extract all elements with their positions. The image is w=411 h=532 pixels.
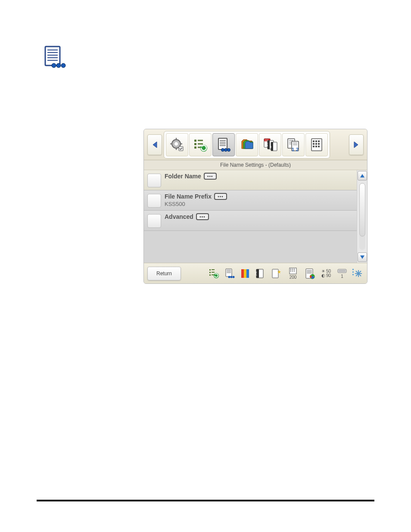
toolbar-prev-button[interactable] <box>147 134 162 155</box>
svg-rect-56 <box>315 143 317 145</box>
status-bar: JPG 200 <box>208 267 364 280</box>
row-file-name-prefix[interactable]: File Name Prefix ••• KSS500 <box>144 190 357 211</box>
row-label-text: File Name Prefix <box>165 193 212 200</box>
status-dpi-value: 200 <box>290 275 297 280</box>
contrast-icon: ◐ <box>321 274 325 278</box>
page-divider <box>37 500 374 501</box>
svg-point-7 <box>56 63 61 68</box>
svg-rect-90 <box>290 271 291 271</box>
row-value-text: KSS500 <box>165 201 353 207</box>
scroll-track[interactable] <box>359 183 365 250</box>
tool-folder-stack[interactable] <box>236 133 258 156</box>
svg-text:2: 2 <box>296 147 299 152</box>
svg-rect-102 <box>339 270 346 272</box>
status-jpg-icon[interactable]: JPG <box>254 267 267 280</box>
status-quality-icon[interactable] <box>270 267 283 280</box>
svg-rect-80 <box>246 269 249 278</box>
row-label-text: Folder Name <box>165 173 201 180</box>
svg-point-77 <box>233 276 235 278</box>
toolbar-tool-group: PDF JPG TIF 1 <box>164 131 330 159</box>
return-button[interactable]: Return <box>147 267 181 280</box>
scroll-down-button[interactable] <box>358 252 367 262</box>
more-icon: ••• <box>204 173 217 180</box>
svg-rect-104 <box>352 271 354 273</box>
svg-point-11 <box>174 142 178 146</box>
tool-grid[interactable] <box>305 133 328 156</box>
svg-rect-79 <box>244 269 246 278</box>
svg-text:JPG: JPG <box>266 143 268 146</box>
brightness-value: 50 <box>326 269 331 274</box>
row-icon <box>147 194 161 208</box>
status-snowflake-icon[interactable] <box>351 267 364 280</box>
settings-list: Folder Name ••• File Name Prefix ••• KSS… <box>144 170 367 263</box>
svg-point-8 <box>61 63 65 68</box>
tool-settings-gear[interactable] <box>166 133 188 156</box>
svg-rect-84 <box>272 269 278 278</box>
scrollbar[interactable] <box>357 170 367 263</box>
svg-marker-62 <box>360 174 364 177</box>
svg-rect-58 <box>313 146 314 147</box>
svg-marker-61 <box>354 142 358 148</box>
svg-marker-9 <box>153 142 157 148</box>
row-label-text: Advanced <box>165 213 193 220</box>
svg-rect-88 <box>292 269 293 270</box>
svg-rect-68 <box>209 274 211 276</box>
status-copies-value: 1 <box>341 274 343 279</box>
scroll-thumb[interactable] <box>359 183 365 236</box>
svg-rect-17 <box>194 140 196 142</box>
svg-point-76 <box>230 276 233 278</box>
svg-point-30 <box>221 148 224 151</box>
status-dpi-icon[interactable]: 200 <box>285 267 301 280</box>
svg-rect-103 <box>352 269 354 270</box>
tool-file-index[interactable]: 1 2 <box>282 133 305 156</box>
brightness-icon: ☀ <box>321 269 325 274</box>
status-doc-color-icon[interactable] <box>303 267 316 280</box>
status-tray-icon[interactable]: 1 <box>336 267 348 280</box>
svg-rect-57 <box>318 143 320 145</box>
svg-rect-78 <box>241 269 244 278</box>
svg-rect-87 <box>290 269 291 270</box>
svg-text:JPG: JPG <box>255 271 257 276</box>
return-label: Return <box>156 271 172 277</box>
tool-file-format[interactable]: PDF JPG TIF <box>259 133 281 156</box>
svg-text:TIF: TIF <box>270 145 272 148</box>
svg-rect-92 <box>294 271 295 271</box>
svg-rect-105 <box>352 274 354 275</box>
svg-marker-63 <box>360 255 364 259</box>
scroll-up-button[interactable] <box>358 171 367 180</box>
svg-point-32 <box>227 148 230 151</box>
svg-rect-59 <box>315 146 317 147</box>
svg-rect-89 <box>294 269 295 270</box>
svg-text:1: 1 <box>292 147 294 152</box>
svg-rect-55 <box>313 143 314 145</box>
svg-rect-91 <box>292 271 293 271</box>
status-brightness-contrast[interactable]: ☀50 ◐90 <box>319 267 333 280</box>
status-file-name-icon[interactable] <box>223 267 236 280</box>
svg-rect-64 <box>209 269 211 271</box>
panel-title: File Name Settings - (Defaults) <box>144 160 367 170</box>
svg-point-6 <box>52 63 56 68</box>
toolbar: PDF JPG TIF 1 <box>144 129 367 160</box>
row-icon <box>147 174 161 187</box>
tool-file-name-settings[interactable] <box>212 133 235 156</box>
more-icon: ••• <box>196 213 209 220</box>
svg-rect-18 <box>194 143 196 145</box>
file-name-settings-window: PDF JPG TIF 1 <box>143 129 367 284</box>
svg-rect-0 <box>45 47 60 65</box>
svg-rect-66 <box>209 272 211 273</box>
svg-point-31 <box>224 148 227 151</box>
row-folder-name[interactable]: Folder Name ••• <box>144 170 357 190</box>
page-feature-icon <box>38 43 72 72</box>
more-icon: ••• <box>214 193 227 200</box>
status-color-icon[interactable] <box>239 267 252 280</box>
contrast-value: 90 <box>326 274 331 278</box>
row-advanced[interactable]: Advanced ••• <box>144 211 357 231</box>
svg-rect-53 <box>315 140 317 142</box>
svg-rect-54 <box>318 140 320 142</box>
footer: Return <box>144 263 367 283</box>
status-list-refresh-icon[interactable] <box>208 267 221 280</box>
tool-list-check[interactable] <box>189 133 212 156</box>
svg-rect-60 <box>318 146 320 147</box>
toolbar-next-button[interactable] <box>349 134 364 155</box>
svg-rect-52 <box>313 140 314 142</box>
